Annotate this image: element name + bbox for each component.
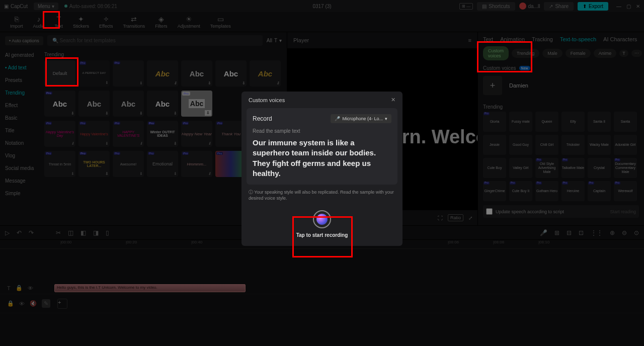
nav-social-media[interactable]: Social media	[0, 162, 40, 175]
crop-icon[interactable]: ⛶	[438, 215, 443, 221]
user-badge[interactable]: da...ll	[519, 3, 540, 10]
ratio-button[interactable]: Ratio	[448, 214, 463, 221]
voice-tile[interactable]: ProGloria	[483, 112, 506, 132]
template-tile[interactable]: ProHAPPY VALENTINE'S⬇	[113, 121, 144, 147]
tl-icon[interactable]: ◫	[68, 229, 73, 236]
lock-icon[interactable]: 🔒	[16, 285, 23, 291]
mute-icon[interactable]: 🔇	[30, 300, 37, 307]
start-reading-button[interactable]: Start reading	[610, 209, 636, 214]
voice-damien[interactable]: Damien	[509, 82, 528, 89]
voice-tile[interactable]: Santa	[614, 112, 637, 132]
nav-effect[interactable]: Effect	[0, 99, 40, 112]
template-tile[interactable]: ProHappy New Year⬇	[181, 121, 212, 147]
chip-anime[interactable]: Anime	[594, 49, 617, 58]
chip-female[interactable]: Female	[566, 49, 591, 58]
voice-tile[interactable]: Elfy	[561, 112, 585, 132]
template-tile[interactable]: Abc⬇	[78, 91, 110, 117]
update-speech-checkbox[interactable]: Update speech according to script Start …	[483, 205, 639, 218]
tab-animation[interactable]: Animation	[500, 36, 525, 42]
minimize-icon[interactable]: —	[616, 4, 621, 9]
all-filter[interactable]: All T ▾	[267, 38, 282, 43]
record-button[interactable]	[313, 210, 331, 228]
voice-tile[interactable]: ProCute Boy II	[509, 181, 532, 201]
template-tile[interactable]: ProAwesome!⬇	[113, 151, 144, 177]
microphone-select[interactable]: 🎤 Microphone (4- Lo... ▾	[331, 114, 391, 123]
expand-icon[interactable]: ⤢	[468, 215, 472, 221]
voice-tile[interactable]: ProHeroine	[561, 181, 585, 201]
tab-tracking[interactable]: Tracking	[532, 36, 553, 42]
lock-icon[interactable]: 🔒	[7, 300, 14, 307]
template-tile[interactable]: Abc⬇	[181, 60, 212, 86]
mic-icon[interactable]: 🎤	[540, 229, 547, 236]
share-button[interactable]: ↗ Share	[544, 2, 574, 11]
redo-icon[interactable]: ↷	[29, 229, 34, 236]
voice-tile[interactable]: Valley Girl	[509, 158, 532, 178]
template-tile[interactable]: Pro⬇	[113, 60, 144, 86]
eye-icon[interactable]: 👁	[19, 301, 25, 307]
template-default[interactable]: Default	[44, 60, 75, 86]
tool-import[interactable]: ⎘Import	[5, 15, 28, 30]
voice-tile[interactable]: Crystal	[588, 158, 611, 178]
delete-icon[interactable]: ▯	[106, 229, 109, 236]
nav-add-text[interactable]: • Add text	[0, 61, 40, 74]
menu-button[interactable]: Menu ▾	[34, 3, 58, 10]
tool-transitions[interactable]: ⇄Transitions	[118, 15, 150, 30]
tab-text[interactable]: Text	[483, 36, 493, 42]
timeline-track-text[interactable]: T🔒👁 Hello guys, this is the I.T Unicorn.…	[0, 282, 644, 294]
tl-icon[interactable]: ◧	[80, 229, 86, 236]
voice-tile[interactable]: ProGingerChime	[483, 181, 506, 201]
template-tile[interactable]: Abc⬇	[147, 91, 178, 117]
template-tile[interactable]: Abc⬇	[147, 60, 178, 86]
nav-basic[interactable]: Basic	[0, 112, 40, 124]
tool-audio[interactable]: ♪Audio	[28, 15, 50, 30]
nav-title[interactable]: Title	[0, 124, 40, 137]
add-voice-button[interactable]: +	[483, 76, 502, 95]
voice-tile[interactable]: ProCaptain	[588, 181, 611, 201]
tool-text[interactable]: TText	[50, 15, 68, 30]
chip-t[interactable]: T	[619, 50, 628, 57]
nav-vlog[interactable]: Vlog	[0, 149, 40, 162]
update-checkbox[interactable]	[486, 208, 493, 215]
template-tile[interactable]: ProA PERFECT DAY⬇	[78, 60, 110, 86]
tl-icon[interactable]: ⊙	[634, 229, 639, 236]
close-icon[interactable]: ✕	[636, 4, 640, 9]
tab-tts[interactable]: Text-to-speech	[560, 36, 596, 42]
text-clip[interactable]: Hello guys, this is the I.T Unicorn. Wel…	[54, 284, 246, 292]
voice-tile[interactable]: ProDocumentary Commentary Male	[614, 158, 637, 178]
pointer-icon[interactable]: ▷	[5, 229, 10, 236]
nav-trending[interactable]: Trending	[0, 86, 40, 99]
tl-icon[interactable]: ⊖	[622, 229, 627, 236]
tool-templates[interactable]: ▭Templates	[205, 15, 236, 30]
voice-tile[interactable]: Fussy male	[509, 112, 532, 132]
voice-tile[interactable]: Adorable Girl	[614, 135, 637, 155]
tl-icon[interactable]: ⊕	[610, 229, 615, 236]
auto-captions-button[interactable]: • Auto captions	[5, 36, 43, 45]
nav-presets[interactable]: Presets	[0, 74, 40, 86]
chip-male[interactable]: Male	[542, 49, 562, 58]
nav-simple[interactable]: Simple	[0, 187, 40, 200]
voice-tile[interactable]: Good Guy	[509, 135, 532, 155]
tl-icon[interactable]: ⋮⋮	[591, 229, 603, 236]
tab-ai-characters[interactable]: AI Characters	[603, 36, 637, 42]
nav-notation[interactable]: Notation	[0, 137, 40, 149]
nav-ai-generated[interactable]: AI generated	[0, 49, 40, 61]
voice-tile[interactable]: ProGotham Hero	[535, 181, 558, 201]
shortcuts-button[interactable]: ▤ Shortcuts	[477, 2, 515, 11]
template-tile[interactable]: ProTWO HOURS LATER...⬇	[78, 151, 110, 177]
template-tile[interactable]: ProHmmmm...⬇	[181, 151, 212, 177]
template-tile[interactable]: Abc⬇	[215, 60, 247, 86]
split-icon[interactable]: ✂	[56, 229, 61, 236]
tl-icon[interactable]: ⊡	[579, 229, 584, 236]
voice-tile[interactable]: Wacky Male	[588, 135, 611, 155]
template-tile[interactable]: Abc⬇	[113, 91, 144, 117]
nav-message[interactable]: Message	[0, 175, 40, 187]
chip-custom-voices[interactable]: Custom voices	[483, 46, 509, 60]
template-tile[interactable]: ProHappy Valentine's⬇	[78, 121, 110, 147]
eye-icon[interactable]: 👁	[28, 285, 33, 291]
voice-tile[interactable]: Jessie	[483, 135, 506, 155]
voice-tile[interactable]: ProTalkative Male	[561, 158, 585, 178]
template-tile[interactable]: ProThreat in 5min⬇	[44, 151, 75, 177]
tool-adjustment[interactable]: ☀Adjustment	[173, 15, 205, 30]
track-text-icon[interactable]: T	[7, 285, 11, 291]
chip-more[interactable]: ⋯	[631, 50, 642, 57]
